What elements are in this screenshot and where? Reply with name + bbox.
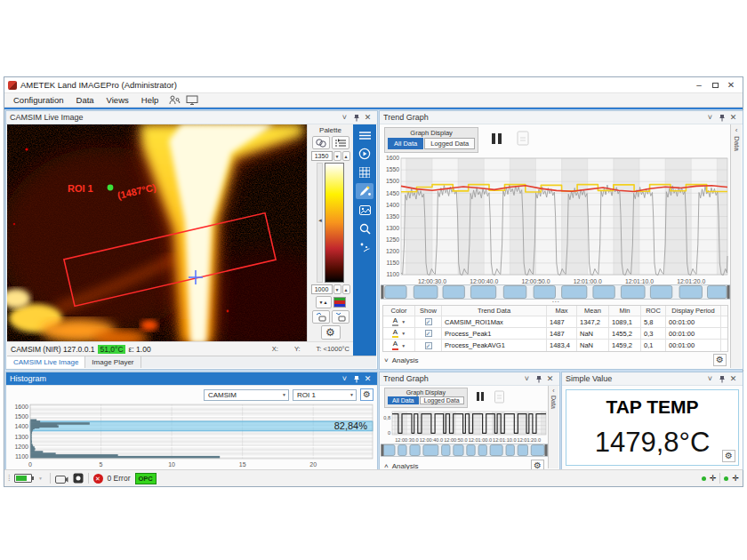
minimize-button[interactable]: –	[691, 79, 707, 92]
export-button[interactable]	[493, 389, 507, 404]
tab-all-data[interactable]: All Data	[388, 396, 419, 404]
user-permissions-icon[interactable]	[169, 95, 181, 105]
autoscale-button[interactable]: ▼▲	[316, 296, 332, 308]
panel-menu-icon[interactable]: ˅	[704, 373, 716, 384]
close-icon[interactable]: ✕	[544, 373, 556, 384]
play-circle-icon[interactable]	[356, 146, 374, 162]
simple-value-settings-button[interactable]: ⚙	[722, 450, 735, 462]
palette-min-down[interactable]: ▼	[333, 284, 341, 294]
dock-area: CAMSIM Live Image ˅ ✕	[4, 108, 743, 470]
palette-settings-button[interactable]: ⚙	[321, 325, 341, 340]
tab-all-data[interactable]: All Data	[388, 138, 423, 149]
histogram-plot: 0510152016001500140013001200110082,84%	[14, 404, 373, 468]
show-checkbox[interactable]: ✓	[425, 330, 432, 337]
histogram-chart[interactable]: 0510152016001500140013001200110082,84%	[7, 402, 376, 468]
menu-configuration[interactable]: Configuration	[8, 94, 69, 106]
fill-above-button[interactable]	[312, 310, 330, 324]
pin-icon[interactable]	[716, 373, 727, 384]
palette-slider-marker[interactable]: ◄	[317, 218, 323, 223]
collapse-chevron-icon[interactable]: ‹	[735, 126, 738, 134]
close-icon[interactable]: ✕	[362, 112, 374, 123]
record-icon[interactable]	[73, 473, 84, 484]
pause-button[interactable]	[487, 130, 505, 148]
panel-menu-icon[interactable]: ˅	[521, 373, 533, 384]
color-picker[interactable]: A	[392, 340, 398, 350]
palette-list-button[interactable]	[332, 136, 349, 149]
pin-icon[interactable]	[716, 112, 727, 123]
menu-help[interactable]: Help	[136, 94, 165, 106]
image-tool-icon[interactable]	[356, 202, 374, 218]
palette-max-up[interactable]: ▲	[342, 151, 350, 161]
panel-menu-icon[interactable]: ˅	[704, 112, 716, 123]
palette-min-up[interactable]: ▲	[342, 284, 350, 294]
close-icon[interactable]: ✕	[727, 373, 739, 384]
close-icon[interactable]: ✕	[362, 373, 374, 384]
trend-small-timeline[interactable]	[381, 444, 548, 457]
tab-logged-data[interactable]: Logged Data	[424, 138, 475, 149]
points-tool-icon[interactable]	[356, 239, 374, 255]
close-icon[interactable]: ✕	[727, 112, 739, 123]
table-row[interactable]: A▼ ✓ CAMSIM_ROI1Max 1487 1347,2 1089,1 5…	[383, 316, 727, 328]
pin-icon[interactable]	[350, 373, 362, 384]
data-side-tab[interactable]: ‹ Data	[730, 124, 742, 368]
table-row[interactable]: A▼ ✓ Process_PeakAVG1 1483,4 NaN 1459,2 …	[383, 340, 727, 351]
palette-max-spinner: 1350 ▼ ▲	[311, 151, 350, 161]
magnifier-icon[interactable]	[356, 220, 374, 236]
rgb-palette-button[interactable]	[333, 297, 346, 308]
trend-graph-body: ‹ Data Graph Display All Data Logged Dat…	[381, 124, 742, 368]
show-checkbox[interactable]: ✓	[425, 342, 432, 349]
live-image-panel-header: CAMSIM Live Image ˅ ✕	[6, 111, 377, 124]
menu-icon[interactable]	[356, 127, 374, 143]
chevron-down-icon[interactable]: ▼	[401, 331, 406, 336]
display-icon[interactable]	[186, 95, 198, 105]
panel-menu-icon[interactable]: ˅	[339, 373, 350, 384]
tab-image-player[interactable]: Image Player	[85, 356, 141, 368]
error-count[interactable]: 0 Error	[108, 474, 131, 483]
table-row[interactable]: A▼ ✓ Process_Peak1 1487 NaN 1455,2 0,3 0…	[383, 328, 727, 340]
tab-logged-data[interactable]: Logged Data	[420, 396, 464, 404]
palette-min-value[interactable]: 1000	[311, 284, 333, 294]
color-picker[interactable]: A	[392, 317, 398, 327]
camera-icon[interactable]	[55, 474, 68, 484]
palette-slider-track[interactable]: ◄	[317, 163, 323, 283]
chevron-down-icon[interactable]: ▼	[401, 319, 406, 324]
trend-name: Process_PeakAVG1	[442, 340, 547, 351]
export-button[interactable]	[514, 130, 532, 148]
chevron-down-icon[interactable]: ˅	[384, 356, 389, 364]
thermal-image[interactable]: ROI 1 (1487°C)	[7, 124, 307, 341]
histogram-settings-button[interactable]: ⚙	[360, 388, 374, 401]
camera-select[interactable]: CAMSIM ▼	[204, 389, 289, 401]
chevron-down-icon[interactable]: ▼	[36, 476, 45, 481]
maximize-button[interactable]	[707, 79, 723, 92]
color-picker[interactable]: A	[392, 329, 398, 339]
trend-chart[interactable]: 1600155015001450140013501300125012001150…	[381, 155, 730, 284]
tab-camsim-live-image[interactable]: CAMSIM Live Image	[7, 356, 85, 368]
trend-settings-button[interactable]: ⚙	[713, 354, 727, 366]
pin-icon[interactable]	[350, 112, 362, 123]
svg-text:12:01:10.0: 12:01:10.0	[493, 437, 516, 443]
divider	[50, 473, 51, 484]
grid-icon[interactable]	[356, 164, 374, 180]
palette-max-value[interactable]: 1350	[311, 151, 333, 161]
data-side-tab[interactable]: ‹ Data	[548, 386, 558, 468]
analysis-label[interactable]: Analysis	[392, 356, 419, 364]
show-checkbox[interactable]: ✓	[425, 318, 432, 325]
chevron-down-icon[interactable]: ▼	[401, 343, 406, 348]
trend-name: CAMSIM_ROI1Max	[442, 316, 547, 327]
cursor-y-label: Y:	[294, 345, 301, 353]
pin-icon[interactable]	[533, 373, 544, 384]
close-button[interactable]: ✕	[723, 79, 739, 92]
palette-max-down[interactable]: ▼	[333, 151, 341, 161]
fill-below-button[interactable]	[332, 310, 349, 324]
paint-tool-icon[interactable]	[356, 183, 374, 199]
palette-select-button[interactable]	[312, 136, 330, 149]
menu-views[interactable]: Views	[101, 94, 134, 106]
panel-menu-icon[interactable]: ˅	[339, 112, 350, 123]
col-max: Max	[547, 306, 577, 316]
menu-data[interactable]: Data	[71, 94, 100, 106]
trend-small-chart[interactable]: 0,8012:00:30.012:00:40.012:00:50.012:01:…	[381, 410, 548, 443]
pause-button[interactable]	[473, 389, 487, 404]
roi-select[interactable]: ROI 1 ▼	[293, 389, 357, 401]
collapse-chevron-icon[interactable]: ‹	[552, 388, 554, 394]
trend-name: Process_Peak1	[442, 328, 547, 339]
